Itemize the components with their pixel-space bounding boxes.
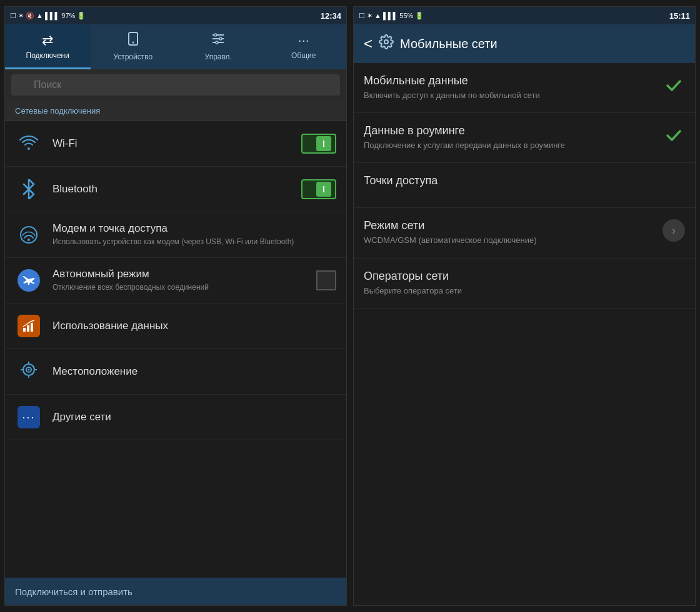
mobile-data-subtitle: Включить доступ к данным по мобильной се…	[364, 90, 655, 101]
data-icon-bg	[18, 315, 40, 337]
other-networks-dots-icon: ···	[22, 411, 35, 424]
data-usage-item-text: Использование данных	[52, 320, 336, 332]
right-bluetooth-icon: ✶	[367, 12, 372, 20]
wifi-status-icon: ▲	[36, 12, 43, 19]
svg-point-1	[132, 41, 134, 43]
left-status-icons: ☐ ✶ 🔇 ▲ ▌▌▌ 97% 🔋	[10, 12, 86, 20]
modem-item-text: Модем и точка доступа Использовать устро…	[52, 222, 336, 247]
data-usage-item-icon	[15, 312, 42, 340]
location-item-icon	[15, 358, 42, 385]
other-networks-item-title: Другие сети	[52, 411, 336, 423]
modem-item-icon	[15, 221, 42, 249]
notification-icon: ☐	[10, 12, 16, 20]
roaming-checkmark	[662, 124, 685, 147]
airplane-item-subtitle: Отключение всех беспроводных соединений	[52, 282, 316, 293]
svg-point-15	[28, 369, 30, 371]
right-wifi-icon: ▲	[374, 12, 381, 19]
access-points-title: Точки доступа	[364, 174, 685, 187]
wifi-item-text: Wi-Fi	[52, 137, 301, 150]
list-item-bluetooth[interactable]: Bluetooth I	[5, 167, 346, 212]
right-item-roaming[interactable]: Данные в роуминге Подключение к услугам …	[354, 113, 695, 163]
left-status-time: 12:34	[321, 11, 341, 21]
search-container: 🔍	[11, 74, 340, 96]
right-phone: ☐ ✶ ▲ ▌▌▌ 55% 🔋 15:11 < Мобильные сети М…	[353, 6, 696, 606]
checkmark-icon	[662, 74, 685, 97]
svg-point-6	[219, 37, 222, 40]
right-signal-icon: ▌▌▌	[383, 12, 398, 19]
roaming-checkmark-icon	[662, 124, 685, 147]
chevron-right-icon: ›	[662, 219, 685, 242]
svg-point-7	[216, 41, 218, 44]
right-status-icons: ☐ ✶ ▲ ▌▌▌ 55% 🔋	[359, 12, 424, 20]
right-status-bar: ☐ ✶ ▲ ▌▌▌ 55% 🔋 15:11	[354, 7, 695, 24]
data-usage-item-title: Использование данных	[52, 320, 336, 332]
right-battery-pct: 55%	[399, 12, 413, 19]
airplane-icon-bg	[18, 269, 40, 292]
battery-icon: 🔋	[77, 12, 86, 20]
battery-pct: 97%	[61, 12, 75, 19]
roaming-text: Данные в роуминге Подключение к услугам …	[364, 124, 655, 151]
airplane-checkbox[interactable]	[316, 270, 336, 290]
tab-general-label: Общие	[291, 51, 316, 60]
bluetooth-toggle-inner: I	[316, 182, 331, 197]
page-header: < Мобильные сети	[354, 24, 695, 63]
list-item-wifi[interactable]: Wi-Fi I	[5, 121, 346, 167]
tab-device-icon	[126, 31, 141, 50]
roaming-subtitle: Подключение к услугам передачи данных в …	[364, 140, 655, 151]
operators-title: Операторы сети	[364, 270, 685, 283]
silent-icon: 🔇	[26, 12, 34, 20]
left-status-bar: ☐ ✶ 🔇 ▲ ▌▌▌ 97% 🔋 12:34	[5, 7, 346, 24]
right-settings-list: Мобильные данные Включить доступ к данны…	[354, 63, 695, 605]
list-item-location[interactable]: Местоположение	[5, 349, 346, 395]
network-mode-text: Режим сети WCDMA/GSM (автоматическое под…	[364, 219, 655, 246]
signal-icon: ▌▌▌	[45, 12, 59, 19]
network-mode-title: Режим сети	[364, 219, 655, 232]
list-item-modem[interactable]: Модем и точка доступа Использовать устро…	[5, 212, 346, 258]
modem-item-subtitle: Использовать устройство как модем (через…	[52, 237, 336, 247]
location-item-title: Местоположение	[52, 365, 336, 378]
modem-item-title: Модем и точка доступа	[52, 222, 336, 235]
search-bar: 🔍	[5, 69, 346, 101]
list-item-airplane[interactable]: Автономный режим Отключение всех беспров…	[5, 258, 346, 304]
bluetooth-item-text: Bluetooth	[52, 183, 301, 195]
section-label-network: Сетевые подключения	[5, 101, 346, 121]
bottom-bar: Подключиться и отправить	[5, 578, 346, 605]
network-mode-subtitle: WCDMA/GSM (автоматическое подключение)	[364, 235, 655, 246]
tab-manage[interactable]: Управл.	[176, 24, 261, 69]
tab-general-icon: ···	[298, 32, 309, 49]
svg-rect-11	[27, 325, 29, 332]
svg-rect-10	[23, 328, 26, 332]
other-networks-icon-bg: ···	[18, 406, 40, 428]
mobile-data-text: Мобильные данные Включить доступ к данны…	[364, 74, 655, 101]
airplane-item-text: Автономный режим Отключение всех беспров…	[52, 268, 316, 293]
list-item-other-networks[interactable]: ··· Другие сети	[5, 395, 346, 440]
wifi-toggle[interactable]: I	[301, 134, 336, 154]
header-gear-icon	[379, 34, 394, 53]
right-item-network-mode[interactable]: Режим сети WCDMA/GSM (автоматическое под…	[354, 208, 695, 258]
wifi-item-title: Wi-Fi	[52, 137, 301, 150]
bluetooth-status-icon: ✶	[18, 12, 24, 20]
search-input[interactable]	[11, 74, 340, 96]
roaming-title: Данные в роуминге	[364, 124, 655, 137]
bluetooth-item-title: Bluetooth	[52, 183, 301, 195]
right-item-mobile-data[interactable]: Мобильные данные Включить доступ к данны…	[354, 63, 695, 113]
right-item-access-points[interactable]: Точки доступа	[354, 163, 695, 208]
back-button[interactable]: <	[364, 35, 372, 52]
bluetooth-toggle[interactable]: I	[301, 179, 336, 199]
airplane-item-title: Автономный режим	[52, 268, 316, 280]
tab-device-label: Устройство	[113, 52, 152, 61]
svg-point-20	[384, 40, 388, 44]
list-item-data-usage[interactable]: Использование данных	[5, 304, 346, 349]
tab-bar: ⇄ Подключени Устройство	[5, 24, 346, 69]
access-points-text: Точки доступа	[364, 174, 685, 190]
mobile-data-checkmark	[662, 74, 685, 97]
page-header-title: Мобильные сети	[400, 37, 498, 51]
wifi-item-icon	[15, 130, 42, 157]
right-item-operators[interactable]: Операторы сети Выберите оператора сети	[354, 259, 695, 308]
wifi-toggle-inner: I	[316, 136, 331, 151]
right-notification-icon: ☐	[359, 12, 365, 20]
other-networks-item-text: Другие сети	[52, 411, 336, 423]
tab-device[interactable]: Устройство	[91, 24, 176, 69]
tab-connections[interactable]: ⇄ Подключени	[5, 24, 91, 69]
tab-general[interactable]: ··· Общие	[261, 24, 347, 69]
